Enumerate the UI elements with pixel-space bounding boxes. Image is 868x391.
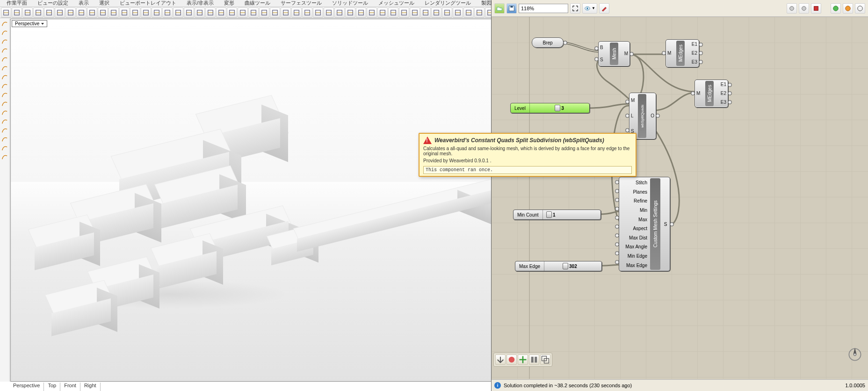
shade-icon[interactable]	[831, 3, 841, 14]
toolbar-button[interactable]	[216, 7, 226, 18]
toolbar-button[interactable]	[44, 7, 54, 18]
gh-icon[interactable]	[811, 3, 821, 14]
shade-icon[interactable]	[855, 3, 865, 14]
menu-item[interactable]: 曲線ツール	[240, 0, 275, 7]
param-brep[interactable]: Brep	[532, 37, 564, 48]
menu-item[interactable]: 表示/非表示	[182, 0, 218, 7]
toolbar-button[interactable]	[1, 7, 11, 18]
toolbar-button[interactable]	[324, 7, 334, 18]
toolbar-button[interactable]	[12, 7, 22, 18]
toolbar-button[interactable]	[259, 7, 269, 18]
toolbar-button[interactable]	[55, 7, 65, 18]
toolbar-button[interactable]	[162, 7, 173, 18]
toolbar-button[interactable]	[367, 7, 377, 18]
slider-mincount[interactable]: Min Count 1	[513, 210, 601, 220]
toolbar-button[interactable]	[98, 7, 108, 18]
toolbar-button[interactable]	[377, 7, 388, 18]
left-toolbar-button[interactable]	[1, 73, 8, 80]
viewport-label[interactable]: Perspective	[12, 20, 47, 27]
left-toolbar-button[interactable]	[1, 20, 8, 27]
comp-wbsplitquads[interactable]: MLS wbSplitQuads O	[629, 93, 656, 139]
toolbar-button[interactable]	[195, 7, 205, 18]
menu-item[interactable]: 変形	[219, 0, 239, 7]
sketch-button[interactable]	[599, 3, 609, 14]
comp-medges[interactable]: M MEdges E1E2E3	[665, 39, 699, 67]
toolbar-button[interactable]	[410, 7, 420, 18]
left-toolbar-button[interactable]	[1, 29, 8, 36]
gh-icon[interactable]	[787, 3, 797, 14]
toolbar-button[interactable]	[248, 7, 259, 18]
viewport-tab[interactable]: Front	[64, 383, 80, 391]
toolbar-button[interactable]	[33, 7, 43, 18]
open-button[interactable]	[494, 3, 505, 14]
toolbar-button[interactable]	[291, 7, 302, 18]
viewport-tab[interactable]: Top	[48, 383, 60, 391]
gh-icon[interactable]	[799, 3, 809, 14]
toolbar-button[interactable]	[399, 7, 409, 18]
menu-item[interactable]: サーフェスツール	[276, 0, 326, 7]
left-toolbar-button[interactable]	[1, 37, 8, 45]
perspective-viewport[interactable]: Perspective	[10, 19, 492, 382]
viewport-tab[interactable]: Right	[84, 383, 101, 391]
toolbar-button[interactable]	[141, 7, 151, 18]
toolbar-button[interactable]	[270, 7, 280, 18]
toolbar-button[interactable]	[313, 7, 323, 18]
toolbar-button[interactable]	[442, 7, 452, 18]
slider-maxedge[interactable]: Max Edge 302	[515, 261, 602, 271]
toolbar-button[interactable]	[184, 7, 194, 18]
menu-item[interactable]: メッシュツール	[374, 0, 419, 7]
left-toolbar-button[interactable]	[1, 126, 8, 134]
left-toolbar-button[interactable]	[1, 117, 8, 125]
toolbar-button[interactable]	[22, 7, 33, 18]
toolbar-button[interactable]	[227, 7, 237, 18]
toolbar-button[interactable]	[76, 7, 87, 18]
menu-item[interactable]: ソリッドツール	[327, 0, 373, 7]
left-toolbar-button[interactable]	[1, 64, 8, 72]
left-toolbar-button[interactable]	[1, 91, 8, 98]
menu-item[interactable]: ビューポートレイアウト	[115, 0, 181, 7]
left-toolbar-button[interactable]	[1, 144, 8, 152]
toolbar-button[interactable]	[334, 7, 345, 18]
toolbar-button[interactable]	[356, 7, 366, 18]
toolbar-button[interactable]	[281, 7, 291, 18]
toolbar-button[interactable]	[119, 7, 130, 18]
slider-level[interactable]: Level 3	[510, 103, 590, 113]
toolbar-button[interactable]	[87, 7, 97, 18]
left-toolbar-button[interactable]	[1, 109, 8, 116]
gh-bottom-button[interactable]	[506, 355, 517, 365]
comp-medges[interactable]: M MEdges E1E2E3	[694, 80, 728, 108]
toolbar-button[interactable]	[345, 7, 355, 18]
save-button[interactable]	[506, 3, 517, 14]
toolbar-button[interactable]	[474, 7, 485, 18]
left-toolbar-button[interactable]	[1, 55, 8, 63]
menu-item[interactable]: ビューの設定	[33, 0, 73, 7]
shade-icon[interactable]	[843, 3, 853, 14]
zoom-fit-button[interactable]	[570, 3, 580, 14]
zoom-field[interactable]	[519, 4, 568, 13]
toolbar-button[interactable]	[108, 7, 119, 18]
toolbar-button[interactable]	[238, 7, 248, 18]
toolbar-button[interactable]	[205, 7, 216, 18]
compass-icon[interactable]	[846, 346, 863, 363]
viewport-tab[interactable]: Perspective	[13, 383, 44, 391]
gh-bottom-button[interactable]	[518, 355, 528, 365]
preview-button[interactable]: ▼	[582, 3, 597, 14]
left-toolbar-button[interactable]	[1, 135, 8, 143]
gh-bottom-button[interactable]	[495, 355, 506, 365]
gh-bottom-button[interactable]	[529, 355, 539, 365]
toolbar-button[interactable]	[388, 7, 398, 18]
toolbar-button[interactable]	[431, 7, 441, 18]
left-toolbar-button[interactable]	[1, 100, 8, 107]
toolbar-button[interactable]	[453, 7, 463, 18]
left-toolbar-button[interactable]	[1, 46, 8, 54]
viewport-tabs[interactable]: Perspective Top Front Right	[10, 383, 103, 391]
toolbar-button[interactable]	[130, 7, 140, 18]
comp-custom-mesh-settings[interactable]: Stitch Planes Refine Min Max Aspect Max …	[619, 177, 670, 271]
left-toolbar-button[interactable]	[1, 82, 8, 89]
gh-bottom-button[interactable]	[540, 355, 550, 365]
toolbar-button[interactable]	[420, 7, 431, 18]
menu-item[interactable]: 作業平面	[2, 0, 32, 7]
toolbar-button[interactable]	[463, 7, 474, 18]
left-toolbar-button[interactable]	[1, 153, 8, 160]
comp-mesh[interactable]: BS Mesh M	[598, 41, 630, 66]
